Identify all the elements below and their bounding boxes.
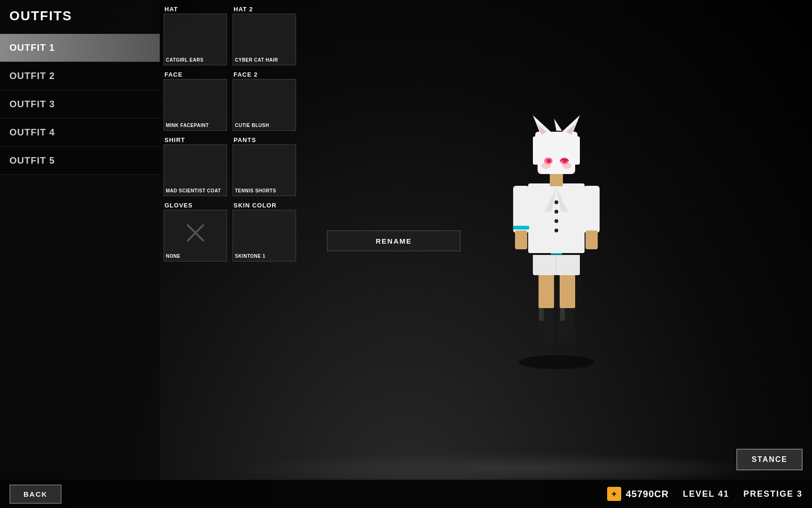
- hat2-col: HAT 2 CYBER CAT HAIR: [233, 4, 298, 68]
- hat-row: HAT CATGIRL EARS HAT 2 CYBER CAT HAIR: [164, 4, 297, 68]
- svg-rect-11: [528, 183, 585, 253]
- outfit-item-5[interactable]: OUTFIT 5: [0, 147, 160, 175]
- svg-rect-41: [570, 136, 580, 165]
- face-slot[interactable]: MINK FACEPAINT: [164, 79, 227, 131]
- skin-label: SKIN COLOR: [233, 200, 298, 210]
- svg-point-0: [519, 355, 594, 369]
- stance-button[interactable]: STANCE: [736, 449, 803, 470]
- face2-label: FACE 2: [233, 69, 298, 79]
- bottom-bar: BACK + 45790CR LEVEL 41 PRESTIGE 3: [0, 480, 812, 508]
- svg-point-15: [554, 210, 558, 214]
- svg-point-42: [562, 196, 574, 207]
- hat-label: HAT: [164, 4, 229, 14]
- svg-rect-21: [584, 186, 600, 233]
- shirt-row: SHIRT MAD SCIENTIST COAT PANTS TENNIS SH…: [164, 135, 297, 199]
- face-row: FACE MINK FACEPAINT FACE 2 CUTIE BLUSH: [164, 69, 297, 134]
- svg-marker-33: [554, 119, 562, 131]
- face-item-name: MINK FACEPAINT: [166, 123, 209, 128]
- skin-slot[interactable]: SKINTONE 1: [233, 210, 296, 262]
- sidebar: OUTFITS OUTFIT 1 OUTFIT 2 OUTFIT 3 OUTFI…: [0, 0, 160, 508]
- stance-label: STANCE: [751, 455, 788, 463]
- svg-rect-19: [513, 226, 529, 230]
- bottom-right: + 45790CR LEVEL 41 PRESTIGE 3: [607, 487, 803, 501]
- currency-plus: +: [611, 489, 617, 499]
- face2-slot[interactable]: CUTIE BLUSH: [233, 79, 296, 131]
- svg-rect-23: [550, 173, 563, 186]
- svg-rect-4: [560, 307, 565, 321]
- svg-rect-20: [515, 230, 527, 249]
- outfit-item-1[interactable]: OUTFIT 1: [0, 34, 160, 62]
- outfit-item-4[interactable]: OUTFIT 4: [0, 119, 160, 147]
- hat-col: HAT CATGIRL EARS: [164, 4, 229, 68]
- hat-slot[interactable]: CATGIRL EARS: [164, 14, 227, 65]
- hat-item-name: CATGIRL EARS: [166, 57, 203, 63]
- shirt-item-name: MAD SCIENTIST COAT: [166, 188, 221, 194]
- pants-slot[interactable]: TENNIS SHORTS: [233, 144, 296, 196]
- back-button[interactable]: BACK: [9, 484, 62, 504]
- pants-label: PANTS: [233, 135, 298, 144]
- pants-col: PANTS TENNIS SHORTS: [233, 135, 298, 199]
- hat2-item-name: CYBER CAT HAIR: [235, 57, 278, 63]
- outfit-item-2[interactable]: OUTFIT 2: [0, 62, 160, 90]
- face-label: FACE: [164, 69, 229, 79]
- currency-display: + 45790CR: [607, 487, 669, 501]
- gloves-slot[interactable]: NONE: [164, 210, 227, 262]
- skin-col: SKIN COLOR SKINTONE 1: [233, 200, 298, 264]
- svg-point-17: [554, 229, 558, 232]
- character-figure: [486, 89, 627, 372]
- equip-panel: HAT CATGIRL EARS HAT 2 CYBER CAT HAIR FA…: [160, 0, 301, 470]
- face-col: FACE MINK FACEPAINT: [164, 69, 229, 134]
- svg-point-14: [554, 200, 558, 204]
- svg-rect-40: [533, 136, 542, 165]
- gloves-row: GLOVES NONE SKIN COLOR SKINTONE 1: [164, 200, 297, 264]
- shirt-slot[interactable]: MAD SCIENTIST COAT: [164, 144, 227, 196]
- hat2-label: HAT 2: [233, 4, 298, 14]
- svg-point-16: [554, 219, 558, 223]
- skin-item-name: SKINTONE 1: [235, 254, 265, 259]
- shirt-col: SHIRT MAD SCIENTIST COAT: [164, 135, 229, 199]
- svg-rect-22: [586, 230, 598, 249]
- back-label: BACK: [23, 490, 47, 498]
- gloves-col: GLOVES NONE: [164, 200, 229, 264]
- face2-col: FACE 2 CUTIE BLUSH: [233, 69, 298, 134]
- currency-icon: +: [607, 487, 621, 501]
- character-svg: [486, 89, 627, 372]
- none-icon: [181, 219, 210, 247]
- outfit-item-3[interactable]: OUTFIT 3: [0, 90, 160, 119]
- level-display: LEVEL 41: [683, 489, 729, 499]
- face2-item-name: CUTIE BLUSH: [235, 123, 269, 128]
- gloves-label: GLOVES: [164, 200, 229, 210]
- gloves-item-name: NONE: [166, 254, 180, 259]
- page-title: OUTFITS: [0, 0, 160, 32]
- prestige-display: PRESTIGE 3: [743, 489, 803, 499]
- hat2-slot[interactable]: CYBER CAT HAIR: [233, 14, 296, 65]
- character-area: [301, 0, 812, 480]
- pants-item-name: TENNIS SHORTS: [235, 188, 276, 194]
- currency-value: 45790CR: [626, 489, 669, 500]
- svg-point-29: [547, 159, 551, 163]
- outfit-list: OUTFIT 1 OUTFIT 2 OUTFIT 3 OUTFIT 4 OUTF…: [0, 34, 160, 175]
- shirt-label: SHIRT: [164, 135, 229, 144]
- svg-rect-3: [539, 307, 544, 321]
